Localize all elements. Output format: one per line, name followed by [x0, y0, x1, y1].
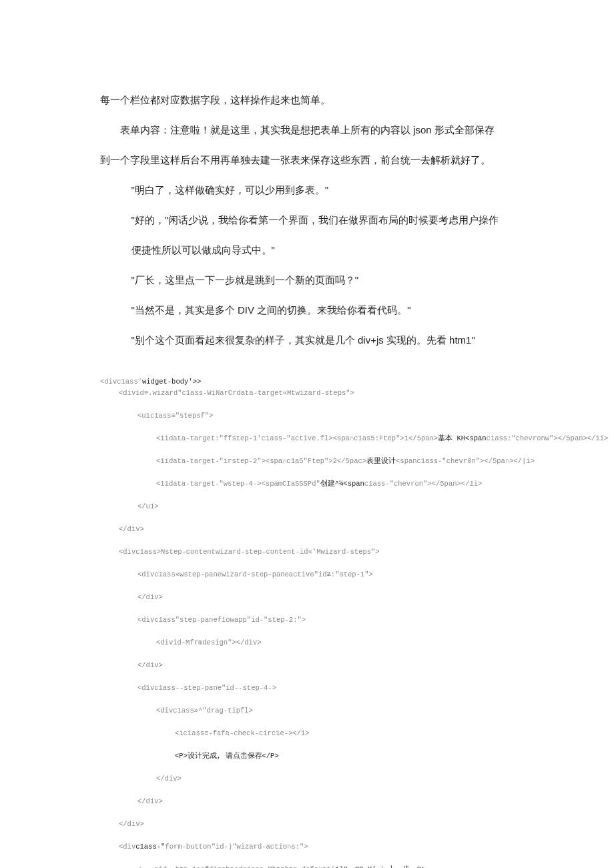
- code-line: </u1>: [100, 501, 514, 512]
- paragraph: 表单内容：注意啦！就是这里，其实我是想把表单上所有的内容以 json 形式全部保…: [100, 117, 514, 143]
- html-code-block: <divc1ass'widget-body'>> <divid≡.wizard"…: [100, 365, 514, 868]
- code-line: </div>: [100, 796, 514, 807]
- paragraph: 便捷性所以可以做成向导式中。": [100, 237, 514, 263]
- code-line: <11data-target-"wstep-4-><spamCIaSSSPd"创…: [100, 478, 514, 490]
- code-line: <d1vc1ass--step-pane"id--step-4->: [100, 683, 514, 694]
- code-line: </div>: [100, 592, 514, 603]
- code-line: </div>: [100, 773, 514, 785]
- code-line: <divc1ass"step-panef1owapp"id-"step-2:">: [100, 614, 514, 626]
- code-line: <divc1ass»^"drag-tipfl>: [100, 705, 514, 717]
- code-line: <P>设计完成, 请点击保存</P>: [100, 751, 514, 762]
- paragraph: "当然不是，其实是多个 DIV 之间的切换。来我给你看看代码。": [100, 297, 514, 323]
- code-line: <divc1ass'widget-body'>>: [100, 378, 201, 386]
- document-page: 每一个栏位都对应数据字段，这样操作起来也简单。 表单内容：注意啦！就是这里，其实…: [0, 0, 614, 868]
- code-line: <1idata-target-"irstep-2"><spa∩c1a5"Ftep…: [100, 456, 514, 467]
- code-line: <divc1ass«wstep-panewizard-step-paneacti…: [100, 569, 514, 580]
- code-line: < aid--btn.1asfdisab1edc1ass-Mbtnbtn-def…: [100, 864, 514, 868]
- code-line: <u1c1ass≡"stepsf">: [100, 410, 514, 422]
- code-line: <divid≡.wizard"c1ass-WiNarCrdata-target«…: [100, 388, 514, 399]
- paragraph: "好的，"闲话少说，我给你看第一个界面，我们在做界面布局的时候要考虑用户操作: [100, 207, 514, 233]
- code-line: </div>: [100, 819, 514, 830]
- paragraph: 每一个栏位都对应数据字段，这样操作起来也简单。: [100, 87, 514, 113]
- paragraph: "别个这个页面看起来很复杂的样子，其实就是几个 div+js 实现的。先看 ht…: [100, 327, 514, 353]
- code-line: <divc1ass>Nstep-contentwizard-step-conte…: [100, 546, 514, 558]
- code-line: <1idata-target:"ffstep-1'c1ass-"active.f…: [100, 433, 514, 444]
- paragraph: "明白了，这样做确实好，可以少用到多表。": [100, 177, 514, 203]
- code-line: </d1v>: [100, 524, 514, 535]
- paragraph: "厂长，这里点一下一步就是跳到一个新的页面吗？": [100, 267, 514, 293]
- code-line: <ic1ass≡-fafa-check-circ1e-></i>: [100, 728, 514, 739]
- code-line: <divid-Mfrmdesign"></div>: [100, 637, 514, 648]
- paragraph: 到一个字段里这样后台不用再单独去建一张表来保存这些东西，前台统一去解析就好了。: [100, 147, 514, 173]
- code-line: </div>: [100, 660, 514, 671]
- code-line: <divc1ass-"form-button"id-)"wizard-actio…: [100, 841, 514, 853]
